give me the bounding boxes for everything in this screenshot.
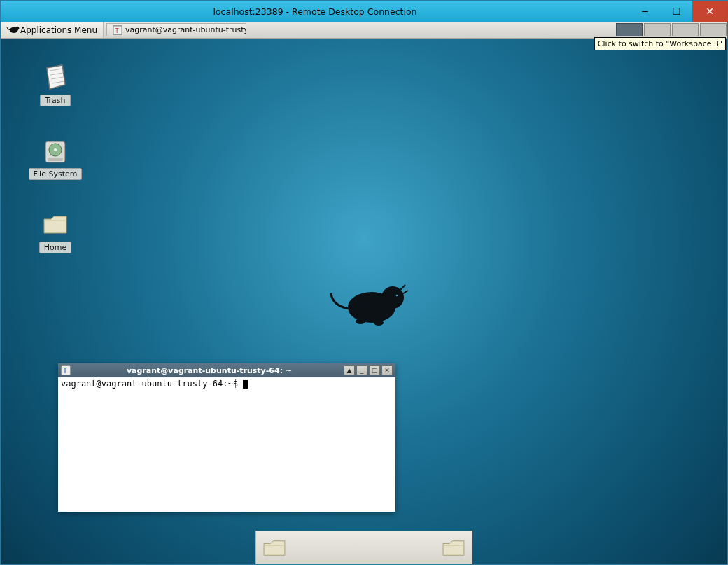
- terminal-cursor: [243, 380, 248, 389]
- desktop-icon-label: File System: [29, 168, 83, 180]
- rdp-title: localhost:23389 - Remote Desktop Connect…: [1, 6, 629, 17]
- terminal-icon: T: [113, 25, 122, 35]
- workspace-tooltip: Click to switch to "Workspace 3": [594, 37, 726, 50]
- terminal-titlebar[interactable]: T vagrant@vagrant-ubuntu-trusty-64: ~ ▲ …: [58, 363, 396, 377]
- rdp-window-controls: ─ ☐ ✕: [629, 1, 727, 22]
- workspace-4[interactable]: [700, 23, 727, 36]
- terminal-title: vagrant@vagrant-ubuntu-trusty-64: ~: [75, 366, 344, 375]
- applications-menu-button[interactable]: Applications Menu: [1, 22, 104, 38]
- trash-icon: [41, 64, 69, 92]
- applications-menu-label: Applications Menu: [20, 25, 97, 35]
- svg-point-12: [374, 320, 384, 326]
- desktop-icon-filesystem[interactable]: File System: [27, 137, 83, 180]
- terminal-icon: T: [61, 365, 71, 375]
- rdp-maximize-button[interactable]: ☐: [661, 1, 692, 22]
- svg-point-1: [15, 26, 19, 29]
- svg-text:T: T: [115, 27, 120, 34]
- minimize-icon: ─: [642, 6, 648, 17]
- terminal-maximize-button[interactable]: □: [369, 365, 380, 375]
- xfce-mouse-icon: [6, 25, 18, 36]
- terminal-body[interactable]: vagrant@vagrant-ubuntu-trusty-64:~$: [58, 377, 396, 512]
- rdp-titlebar[interactable]: localhost:23389 - Remote Desktop Connect…: [1, 1, 727, 22]
- folder-icon: [262, 538, 286, 558]
- desktop-icon-home[interactable]: Home: [27, 211, 83, 253]
- xfce-desktop[interactable]: Applications Menu T vagrant@vagrant-ubun…: [1, 22, 727, 564]
- rdp-close-button[interactable]: ✕: [692, 1, 727, 22]
- svg-point-6: [54, 148, 57, 151]
- taskbar-item-terminal[interactable]: T vagrant@vagrant-ubuntu-trusty-...: [106, 23, 246, 36]
- launcher-file-manager-left[interactable]: [262, 536, 287, 561]
- terminal-close-button[interactable]: ✕: [382, 365, 393, 375]
- close-icon: ✕: [384, 367, 390, 374]
- minimize-icon: _: [360, 367, 364, 374]
- svg-rect-7: [48, 158, 63, 161]
- svg-point-10: [396, 295, 398, 297]
- rdp-body: Applications Menu T vagrant@vagrant-ubun…: [1, 22, 727, 564]
- terminal-prompt: vagrant@vagrant-ubuntu-trusty-64:~$: [61, 379, 243, 389]
- rdp-window: localhost:23389 - Remote Desktop Connect…: [0, 0, 728, 565]
- workspace-1[interactable]: [616, 23, 643, 36]
- terminal-stick-button[interactable]: ▲: [344, 365, 355, 375]
- desktop-icon-label: Home: [39, 242, 71, 253]
- terminal-window-controls: ▲ _ □ ✕: [344, 365, 393, 375]
- workspace-pager: [615, 22, 727, 38]
- maximize-icon: □: [372, 367, 378, 374]
- panel-bottom: [255, 531, 472, 564]
- folder-icon: [442, 538, 465, 558]
- stick-icon: ▲: [347, 367, 352, 374]
- taskbar-item-label: vagrant@vagrant-ubuntu-trusty-...: [125, 25, 246, 34]
- svg-text:T: T: [63, 367, 67, 375]
- folder-icon: [41, 211, 69, 239]
- rdp-minimize-button[interactable]: ─: [629, 1, 661, 22]
- drive-icon: [41, 137, 69, 165]
- terminal-window[interactable]: T vagrant@vagrant-ubuntu-trusty-64: ~ ▲ …: [58, 363, 396, 512]
- close-icon: ✕: [706, 6, 714, 17]
- xfce-wallpaper-logo: [330, 274, 414, 330]
- workspace-3[interactable]: [672, 23, 699, 36]
- terminal-minimize-button[interactable]: _: [356, 365, 368, 375]
- panel-top: Applications Menu T vagrant@vagrant-ubun…: [1, 22, 727, 39]
- desktop-icon-trash[interactable]: Trash: [27, 64, 83, 106]
- desktop-icon-label: Trash: [40, 95, 70, 106]
- svg-point-11: [356, 319, 365, 324]
- launcher-file-manager-right[interactable]: [441, 536, 466, 561]
- panel-spacer: [246, 22, 615, 38]
- workspace-2[interactable]: [644, 23, 671, 36]
- maximize-icon: ☐: [672, 6, 681, 17]
